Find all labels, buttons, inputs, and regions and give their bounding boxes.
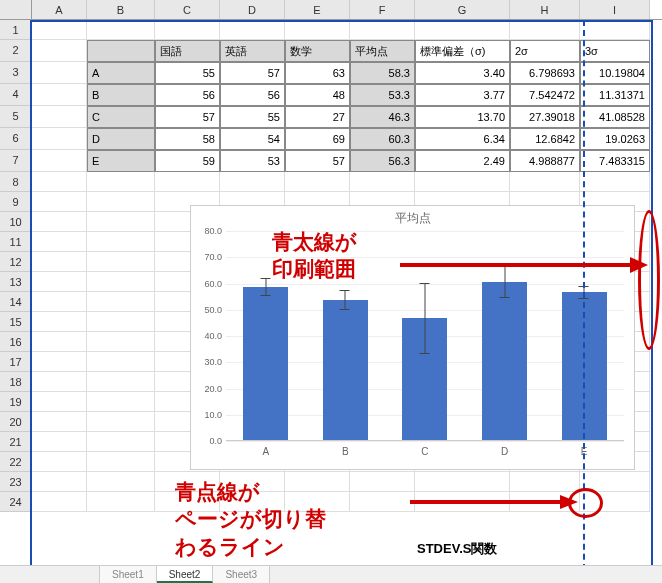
- cell[interactable]: [350, 472, 415, 492]
- cell[interactable]: [87, 452, 155, 472]
- col-header-B[interactable]: B: [87, 0, 155, 19]
- sd-cell[interactable]: 3.40: [415, 62, 510, 84]
- cell[interactable]: [350, 492, 415, 512]
- sheet-tab[interactable]: Sheet3: [213, 566, 270, 583]
- col-header-E[interactable]: E: [285, 0, 350, 19]
- cell[interactable]: [32, 106, 87, 128]
- row-header[interactable]: 16: [0, 332, 32, 352]
- sd2-cell[interactable]: 6.798693: [510, 62, 580, 84]
- cell[interactable]: [510, 20, 580, 40]
- sd-cell[interactable]: 2.49: [415, 150, 510, 172]
- cell[interactable]: [32, 272, 87, 292]
- cell[interactable]: [32, 62, 87, 84]
- sd-cell[interactable]: 13.70: [415, 106, 510, 128]
- cell[interactable]: [87, 472, 155, 492]
- cell[interactable]: [415, 20, 510, 40]
- data-cell[interactable]: 55: [220, 106, 285, 128]
- data-cell[interactable]: 54: [220, 128, 285, 150]
- cell[interactable]: [87, 172, 155, 192]
- avg-cell[interactable]: 46.3: [350, 106, 415, 128]
- avg-cell[interactable]: 56.3: [350, 150, 415, 172]
- sd-cell[interactable]: 6.34: [415, 128, 510, 150]
- cell[interactable]: [32, 352, 87, 372]
- data-cell[interactable]: 57: [155, 106, 220, 128]
- data-cell[interactable]: 56: [155, 84, 220, 106]
- col-header-D[interactable]: D: [220, 0, 285, 19]
- sd-cell[interactable]: 3.77: [415, 84, 510, 106]
- cell[interactable]: [32, 84, 87, 106]
- cell[interactable]: [32, 292, 87, 312]
- cell[interactable]: [32, 332, 87, 352]
- header-cell-2sd[interactable]: 2σ: [510, 40, 580, 62]
- cell[interactable]: [32, 472, 87, 492]
- data-cell[interactable]: 27: [285, 106, 350, 128]
- header-cell-sd[interactable]: 標準偏差（σ): [415, 40, 510, 62]
- row-header[interactable]: 18: [0, 372, 32, 392]
- col-header-A[interactable]: A: [32, 0, 87, 19]
- col-header-G[interactable]: G: [415, 0, 510, 19]
- cell[interactable]: [32, 492, 87, 512]
- cell[interactable]: [32, 128, 87, 150]
- row-header[interactable]: 8: [0, 172, 32, 192]
- data-cell[interactable]: 59: [155, 150, 220, 172]
- row-header[interactable]: 14: [0, 292, 32, 312]
- header-cell[interactable]: [87, 40, 155, 62]
- cell[interactable]: [32, 232, 87, 252]
- row-label-cell[interactable]: E: [87, 150, 155, 172]
- cell[interactable]: [87, 192, 155, 212]
- cell[interactable]: [510, 172, 580, 192]
- col-header-I[interactable]: I: [580, 0, 650, 19]
- cell[interactable]: [87, 212, 155, 232]
- cell[interactable]: [32, 432, 87, 452]
- row-header[interactable]: 24: [0, 492, 32, 512]
- header-cell-3sd[interactable]: 3σ: [580, 40, 650, 62]
- header-cell-eigo[interactable]: 英語: [220, 40, 285, 62]
- cell[interactable]: [32, 452, 87, 472]
- row-header[interactable]: 11: [0, 232, 32, 252]
- cell[interactable]: [350, 20, 415, 40]
- cell[interactable]: [510, 492, 580, 512]
- sd3-cell[interactable]: 19.0263: [580, 128, 650, 150]
- cell[interactable]: [87, 232, 155, 252]
- cell[interactable]: [32, 172, 87, 192]
- cell[interactable]: [580, 172, 650, 192]
- sd3-cell[interactable]: 10.19804: [580, 62, 650, 84]
- cell[interactable]: [32, 392, 87, 412]
- row-header[interactable]: 21: [0, 432, 32, 452]
- row-header[interactable]: 15: [0, 312, 32, 332]
- chart-embedded[interactable]: 平均点 0.010.020.030.040.050.060.070.080.0: [190, 205, 635, 470]
- row-header[interactable]: 19: [0, 392, 32, 412]
- row-header[interactable]: 17: [0, 352, 32, 372]
- data-cell[interactable]: 57: [220, 62, 285, 84]
- cell[interactable]: [415, 492, 510, 512]
- row-label-cell[interactable]: B: [87, 84, 155, 106]
- cell[interactable]: [87, 292, 155, 312]
- row-header[interactable]: 10: [0, 212, 32, 232]
- row-header[interactable]: 23: [0, 472, 32, 492]
- cell[interactable]: [87, 372, 155, 392]
- cell[interactable]: [32, 412, 87, 432]
- row-header[interactable]: 12: [0, 252, 32, 272]
- cell[interactable]: [510, 472, 580, 492]
- row-header[interactable]: 5: [0, 106, 32, 128]
- cell[interactable]: [32, 252, 87, 272]
- cell[interactable]: [32, 40, 87, 62]
- header-cell-avg[interactable]: 平均点: [350, 40, 415, 62]
- cell[interactable]: [580, 20, 650, 40]
- cell[interactable]: [87, 252, 155, 272]
- select-all-corner[interactable]: [0, 0, 32, 19]
- col-header-F[interactable]: F: [350, 0, 415, 19]
- avg-cell[interactable]: 60.3: [350, 128, 415, 150]
- row-header[interactable]: 22: [0, 452, 32, 472]
- col-header-H[interactable]: H: [510, 0, 580, 19]
- cell[interactable]: [580, 492, 650, 512]
- sd2-cell[interactable]: 4.988877: [510, 150, 580, 172]
- cell[interactable]: [285, 20, 350, 40]
- cell[interactable]: [87, 352, 155, 372]
- tab-navigation[interactable]: [0, 566, 100, 583]
- col-header-C[interactable]: C: [155, 0, 220, 19]
- avg-cell[interactable]: 53.3: [350, 84, 415, 106]
- row-header[interactable]: 7: [0, 150, 32, 172]
- cell[interactable]: [155, 20, 220, 40]
- sd3-cell[interactable]: 7.483315: [580, 150, 650, 172]
